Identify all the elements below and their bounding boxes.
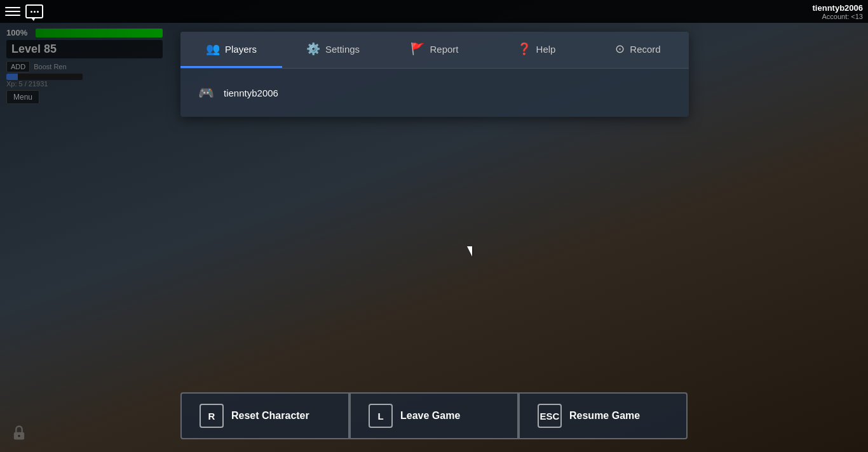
- hamburger-menu[interactable]: [5, 4, 20, 19]
- chat-icon[interactable]: [25, 4, 43, 18]
- help-label: Help: [536, 44, 556, 55]
- help-icon: ❓: [517, 42, 531, 56]
- user-info: tienntyb2006 Account: <13: [813, 3, 863, 20]
- action-btn-reset-character[interactable]: R Reset Character: [180, 392, 349, 439]
- top-bar: tienntyb2006 Account: <13: [0, 0, 868, 23]
- report-label: Report: [430, 44, 458, 55]
- key-badge: ESC: [538, 404, 562, 428]
- players-icon: 👥: [206, 42, 220, 56]
- player-name: tienntyb2006: [224, 88, 278, 98]
- players-label: Players: [225, 44, 257, 55]
- record-label: Record: [630, 44, 660, 55]
- action-label: Resume Game: [569, 410, 640, 422]
- key-badge: L: [369, 404, 393, 428]
- settings-label: Settings: [325, 44, 360, 55]
- username: tienntyb2006: [813, 3, 863, 13]
- action-btn-leave-game[interactable]: L Leave Game: [349, 392, 519, 439]
- tab-content: 🎮 tienntyb2006: [180, 69, 689, 117]
- key-badge: R: [200, 404, 224, 428]
- record-icon: ⊙: [615, 42, 625, 56]
- report-icon: 🚩: [410, 42, 424, 56]
- player-item[interactable]: 🎮 tienntyb2006: [186, 74, 684, 112]
- tab-settings[interactable]: ⚙️Settings: [282, 32, 384, 68]
- cursor: [467, 246, 472, 256]
- tab-bar: 👥Players⚙️Settings🚩Report❓Help⊙Record: [180, 32, 689, 69]
- tab-record[interactable]: ⊙Record: [587, 32, 689, 68]
- action-label: Leave Game: [400, 410, 460, 422]
- account-info: Account: <13: [813, 13, 863, 20]
- settings-icon: ⚙️: [306, 42, 320, 56]
- player-avatar: 🎮: [196, 83, 216, 103]
- action-btn-resume-game[interactable]: ESC Resume Game: [519, 392, 688, 439]
- bottom-buttons: R Reset Character L Leave Game ESC Resum…: [180, 392, 688, 439]
- menu-panel: 👥Players⚙️Settings🚩Report❓Help⊙Record 🎮 …: [180, 32, 689, 117]
- tab-help[interactable]: ❓Help: [485, 32, 587, 68]
- action-label: Reset Character: [231, 410, 309, 422]
- tab-players[interactable]: 👥Players: [180, 32, 282, 68]
- tab-report[interactable]: 🚩Report: [384, 32, 485, 68]
